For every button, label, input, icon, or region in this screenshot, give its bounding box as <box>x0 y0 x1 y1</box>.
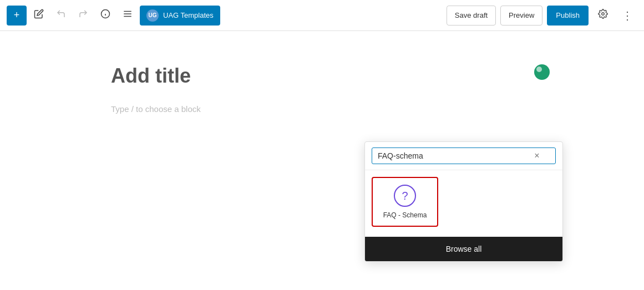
list-view-button[interactable] <box>118 6 138 26</box>
publish-button[interactable]: Publish <box>547 6 589 26</box>
svg-point-6 <box>602 13 605 16</box>
redo-button[interactable] <box>73 6 93 26</box>
uag-templates-label: UAG Templates <box>163 11 214 19</box>
uag-avatar: UG <box>146 9 159 22</box>
toolbar: + <box>0 0 644 31</box>
status-indicator <box>534 64 550 80</box>
redo-icon <box>78 9 88 22</box>
preview-button[interactable]: Preview <box>500 6 542 26</box>
plus-icon: + <box>14 9 20 21</box>
toolbar-left: + <box>7 6 444 26</box>
undo-button[interactable] <box>51 6 71 26</box>
title-placeholder[interactable]: Add title <box>111 64 533 88</box>
gear-icon <box>598 9 608 22</box>
more-options-button[interactable]: ⋮ <box>617 6 637 26</box>
save-draft-button[interactable]: Save draft <box>447 6 496 26</box>
browse-all-button[interactable]: Browse all <box>365 237 562 261</box>
editor-area: Add title Type / to choose a block + <box>0 31 644 136</box>
uag-templates-button[interactable]: UG UAG Templates <box>140 6 220 26</box>
block-type-placeholder[interactable]: Type / to choose a block <box>111 104 533 114</box>
search-container: × <box>372 147 556 164</box>
pencil-icon <box>34 9 44 22</box>
list-icon <box>123 9 133 22</box>
info-button[interactable] <box>95 6 115 26</box>
toolbar-right: Save draft Preview Publish ⋮ <box>447 6 637 26</box>
add-block-toolbar-button[interactable]: + <box>7 6 27 26</box>
undo-icon <box>56 9 66 22</box>
block-search-input[interactable] <box>372 147 556 164</box>
edit-button[interactable] <box>29 6 49 26</box>
block-inserter-popup: × ? FAQ - Schema Browse all <box>364 141 563 262</box>
block-grid: ? FAQ - Schema <box>365 170 562 237</box>
info-icon <box>100 9 110 22</box>
faq-schema-icon: ? <box>394 185 416 207</box>
ellipsis-vertical-icon: ⋮ <box>622 9 633 22</box>
faq-schema-block-item[interactable]: ? FAQ - Schema <box>372 177 438 227</box>
faq-schema-label: FAQ - Schema <box>383 211 427 219</box>
search-row: × <box>365 142 562 170</box>
clear-search-button[interactable]: × <box>530 149 544 162</box>
settings-button[interactable] <box>593 6 613 26</box>
